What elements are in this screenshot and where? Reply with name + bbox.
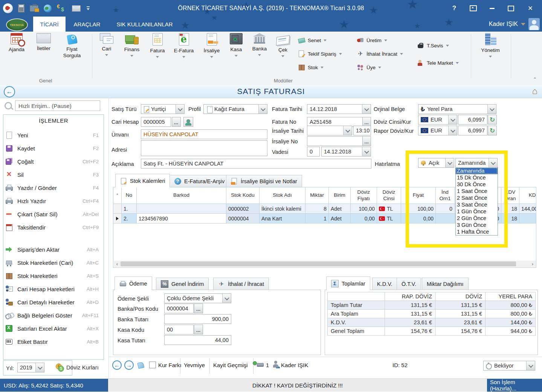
stok-button[interactable]: Stok [298,64,324,71]
tab-miktar-dagilimi[interactable]: Miktar Dağılımı [422,278,469,290]
irsaliye-button[interactable]: İrsaliye [199,33,224,58]
scroll-left-icon[interactable]: ‹ [114,261,121,267]
sidebar-item-cikart[interactable]: Çıkart (Satır Sil) Alt+Del [5,208,102,220]
doviz-cinsi-select[interactable]: EUR [418,115,457,125]
tab-ticari[interactable]: TİCARİ [33,17,66,32]
col-doviz-fiyati[interactable]: Döviz Fiyatı [351,187,377,204]
sidebar-item-excel-aktar[interactable]: Satırları Excel Aktar Alt+X [5,323,102,334]
cek-button[interactable]: Çek [273,33,293,57]
doviz-kurlari-button[interactable]: Döviz Kurları [56,363,99,371]
dropdown-button[interactable] [448,126,457,135]
senet-button[interactable]: Senet [298,37,327,44]
cari-card-button[interactable] [183,117,193,127]
dropdown-button[interactable] [445,158,454,167]
kasa-button[interactable]: Kasa [225,33,247,57]
odeme-sekli-select[interactable]: Çoklu Ödeme Şekli [164,293,231,303]
yonetim-button[interactable]: Yönetim [475,33,505,58]
home-icon[interactable]: ⌂ [532,86,538,96]
dropdown-button[interactable] [487,105,496,114]
sidebar-item-yazdir-gonder[interactable]: Yazdır / Gönder F4 [5,182,102,193]
irsaliye-saat-input[interactable]: 13:10 [353,126,371,135]
hatirlatma-zaman-select[interactable]: Zamanında [455,158,498,168]
scroll-right-icon[interactable]: › [529,261,536,267]
col-ind-orn1[interactable]: İnd Orn1 [436,187,455,204]
dropdown-button[interactable] [343,126,352,135]
e-fatura-button[interactable]: e E-Fatura [170,33,197,58]
user-menu[interactable]: Kader IŞIK [489,17,540,32]
irsaliye-no-browse-button[interactable]: … [362,136,371,146]
unvani-input[interactable]: HÜSEYİN CANPOLAT [141,129,267,139]
sidebar-item-bagli-belgeler[interactable]: Bağlı Belgeleri Göster Alt+F11 [5,310,102,321]
sidebar-item-siparisden-aktar[interactable]: Sipariş'den Aktar Alt+A [5,244,102,255]
next-record-button[interactable]: → [124,360,134,370]
banka-button[interactable]: Banka [248,33,271,56]
tab-sik-kullanilanlar[interactable]: SIK KULLANILANLAR [109,17,180,32]
tab-araclar[interactable]: ARAÇLAR [68,17,106,32]
status-select[interactable]: Bekliyor [483,361,535,371]
dropdown-button[interactable] [35,363,44,372]
ajanda-button[interactable]: Ajanda [5,33,29,53]
dropdown-button[interactable] [448,115,457,124]
col-doviz-cinsi[interactable]: Döviz Cinsi [377,187,401,204]
uye-button[interactable]: Üye [357,64,381,71]
dropdown-option[interactable]: 15 Dk Önce [456,174,498,181]
col-birim[interactable]: Birim [329,187,351,204]
tab-ithalat-ihracat[interactable]: ✈ İthalat / İhracat [213,278,269,290]
fatura-tarihi-picker[interactable]: 14.12.2018 [307,104,371,114]
iletiler-button[interactable]: İletiler [32,33,56,52]
tab-toplamlar[interactable]: Σ Toplamlar [326,277,370,290]
irsaliye-no-input[interactable] [307,136,363,146]
col-stok-adi[interactable]: Stok Adı [260,187,305,204]
maximize-button[interactable] [502,0,519,17]
vadesi-gun-input[interactable]: 0 [307,147,320,156]
kur-farki-checkbox[interactable] [149,362,156,368]
previous-record-button[interactable]: ← [112,360,122,370]
tab-otv[interactable]: Ö.T.V. [397,278,421,290]
banka-tutari-input[interactable]: 900,00 [164,314,231,324]
dropdown-option[interactable]: 30 Dk Önce [456,181,498,188]
dropdown-button[interactable] [258,105,267,114]
sidebar-item-yeni[interactable]: Yeni F1 [5,129,102,141]
tab-ir-bilgisi-notlar[interactable]: İrsaliye Bilgisi ve Notlar [226,175,302,187]
col-barkod[interactable]: Barkod [137,187,226,204]
sidebar-item-cari-hesap-hareketleri[interactable]: Cari Hesap Hareketleri Alt+H [5,283,102,295]
col-no[interactable]: No [122,187,137,204]
year-select[interactable]: 2019 [17,363,44,372]
refresh-rate-button[interactable]: ↻ [488,115,497,125]
help-button[interactable]: ? [446,0,463,17]
dropdown-button[interactable] [176,105,184,114]
cari-button[interactable]: Cari [95,33,118,56]
teknova-logo[interactable]: TEKNOVA [6,18,28,31]
dropdown-option[interactable]: 3 Saat Önce [456,201,498,208]
sidebar-item-hizli-yazdir[interactable]: Hızlı Yazdır Ctrl+F4 [5,195,102,207]
col-kdv-oran[interactable]: KDV Oran [501,187,519,204]
dropdown-option[interactable]: 2 Gün Önce [456,215,498,222]
teklif-siparis-button[interactable]: Teklif Sipariş [298,50,342,57]
avatar[interactable] [528,18,540,30]
minimize-button[interactable] [483,0,501,17]
kayit-gecmisi-button[interactable]: Kayit Geçmişi [213,362,248,368]
sidebar-item-sil[interactable]: × Sil F3 [5,169,102,180]
hatirlatma-durum-select[interactable]: Açık [418,158,454,168]
orjinal-belge-select[interactable]: ₺Yerel Para [418,104,496,114]
scrollbar-thumb[interactable] [121,261,516,266]
kasa-kodu-browse-button[interactable]: … [194,325,203,334]
dropdown-option[interactable]: 1 Hafta Önce [456,228,498,235]
sidebar-item-kaydet[interactable]: Kaydet F2 [5,143,102,154]
dropdown-option[interactable]: 1 Gün Önce [456,208,498,215]
finans-button[interactable]: Finans [120,33,144,57]
tele-market-button[interactable]: Tele Market [417,59,459,66]
rapor-doviz-select[interactable]: EUR [418,126,457,135]
sidebar-item-etiket-bastir[interactable]: Etiket Bastır Alt+B [5,336,102,347]
t-sevis-button[interactable]: T.Sevis [417,42,449,49]
dropdown-button[interactable] [526,361,535,370]
profil-select[interactable]: Kağıt Fatura [203,104,267,114]
tab-kdv[interactable]: K.D.V. [372,278,397,290]
quick-access-search-input[interactable] [15,100,100,111]
sidebar-item-stok-hareketleri[interactable]: Stok Hareketleri Alt+S [5,270,102,281]
sidebar-item-cari-detayli-hareketler[interactable]: Cari Detaylı Hareketler Alt+D [5,296,102,308]
rapor-kur-input[interactable]: 6,0997 [458,126,487,135]
ithalat-ihracat-button[interactable]: ✈ İthalat İhracat [357,50,403,57]
vadesi-tarih-picker[interactable]: 14.12.2018 [321,147,371,156]
ribbon-collapse-button[interactable]: ⌃ [533,77,537,82]
